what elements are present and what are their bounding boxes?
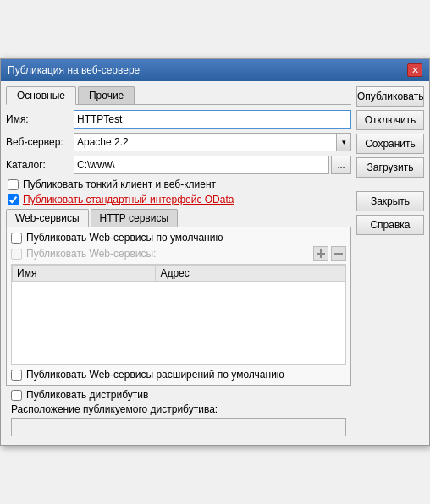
publish-services-checkbox[interactable] bbox=[11, 249, 22, 260]
publish-distrib-checkbox[interactable] bbox=[11, 390, 22, 401]
bottom-section: Публиковать дистрибутив Расположение пуб… bbox=[6, 386, 351, 440]
publish-button[interactable]: Опубликовать bbox=[356, 86, 424, 107]
col-name: Имя bbox=[13, 266, 156, 282]
publish-extensions-label: Публиковать Web-сервисы расширений по ум… bbox=[26, 369, 284, 381]
svg-rect-2 bbox=[334, 253, 343, 255]
publish-extensions-checkbox[interactable] bbox=[11, 370, 22, 381]
add-service-icon[interactable] bbox=[313, 246, 328, 261]
services-table: Имя Адрес bbox=[12, 265, 345, 282]
odata-row: Публиковать стандартный интерфейс OData bbox=[6, 194, 351, 205]
save-button[interactable]: Сохранить bbox=[356, 134, 424, 154]
name-row: Имя: bbox=[6, 110, 351, 129]
server-label: Веб-сервер: bbox=[6, 136, 74, 148]
tab-web-services[interactable]: Web-сервисы bbox=[6, 209, 89, 227]
publish-services-label: Публиковать Web-сервисы: bbox=[26, 248, 156, 260]
distrib-location-input[interactable] bbox=[11, 418, 346, 436]
inner-panel: Публиковать Web-сервисы по умолчанию Пуб… bbox=[6, 227, 351, 386]
name-input[interactable] bbox=[74, 110, 351, 129]
server-select[interactable]: Apache 2.2 IIS Apache 2.4 bbox=[74, 133, 351, 151]
tab-other[interactable]: Прочие bbox=[78, 86, 135, 104]
catalog-label: Каталог: bbox=[6, 159, 74, 171]
publish-default-checkbox[interactable] bbox=[11, 233, 22, 244]
tab-main[interactable]: Основные bbox=[6, 86, 76, 105]
dialog-body: Основные Прочие Имя: Веб-сервер: Apache … bbox=[1, 81, 429, 445]
close-icon[interactable]: ✕ bbox=[407, 63, 422, 77]
svg-rect-1 bbox=[320, 249, 322, 258]
catalog-input[interactable] bbox=[74, 156, 329, 174]
dialog-title: Публикация на веб-сервере bbox=[8, 64, 140, 76]
services-table-container: Имя Адрес bbox=[11, 264, 346, 365]
title-bar: Публикация на веб-сервере ✕ bbox=[1, 59, 429, 81]
catalog-browse-button[interactable]: ... bbox=[331, 156, 351, 174]
publish-services-row: Публиковать Web-сервисы: bbox=[11, 248, 156, 260]
catalog-path-wrapper: ... bbox=[74, 156, 351, 174]
help-button[interactable]: Справка bbox=[356, 215, 424, 235]
thin-client-label: Публиковать тонкий клиент и веб-клиент bbox=[23, 178, 216, 190]
tab-http-services[interactable]: HTTP сервисы bbox=[91, 209, 179, 227]
disconnect-button[interactable]: Отключить bbox=[356, 110, 424, 130]
close-button[interactable]: Закрыть bbox=[356, 191, 424, 211]
remove-service-icon[interactable] bbox=[331, 246, 346, 261]
right-panel: Опубликовать Отключить Сохранить Загрузи… bbox=[356, 86, 424, 440]
name-label: Имя: bbox=[6, 113, 74, 125]
dialog-window: Публикация на веб-сервере ✕ Основные Про… bbox=[0, 58, 430, 446]
catalog-row: Каталог: ... bbox=[6, 156, 351, 174]
publish-extensions-row: Публиковать Web-сервисы расширений по ум… bbox=[11, 369, 346, 381]
thin-client-row: Публиковать тонкий клиент и веб-клиент bbox=[6, 178, 351, 190]
col-address: Адрес bbox=[156, 266, 345, 282]
distrib-location-label: Расположение публикуемого дистрибутива: bbox=[11, 403, 346, 415]
publish-default-label: Публиковать Web-сервисы по умолчанию bbox=[26, 232, 223, 244]
thin-client-checkbox[interactable] bbox=[8, 179, 19, 190]
left-panel: Основные Прочие Имя: Веб-сервер: Apache … bbox=[6, 86, 351, 440]
odata-checkbox[interactable] bbox=[8, 194, 19, 205]
publish-distrib-label: Публиковать дистрибутив bbox=[26, 389, 148, 401]
services-icons bbox=[313, 246, 346, 261]
load-button[interactable]: Загрузить bbox=[356, 157, 424, 178]
odata-label: Публиковать стандартный интерфейс OData bbox=[23, 194, 234, 205]
server-select-wrapper: Apache 2.2 IIS Apache 2.4 ▾ bbox=[74, 133, 351, 151]
server-row: Веб-сервер: Apache 2.2 IIS Apache 2.4 ▾ bbox=[6, 133, 351, 151]
publish-distrib-row: Публиковать дистрибутив bbox=[11, 389, 346, 401]
inner-tab-bar: Web-сервисы HTTP сервисы bbox=[6, 209, 351, 227]
main-tab-bar: Основные Прочие bbox=[6, 86, 351, 105]
publish-default-row: Публиковать Web-сервисы по умолчанию bbox=[11, 232, 346, 244]
